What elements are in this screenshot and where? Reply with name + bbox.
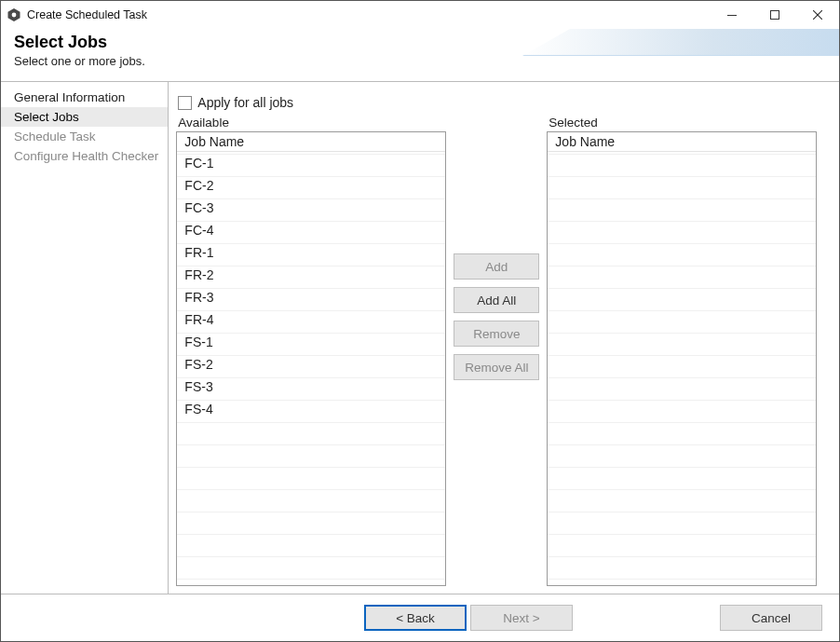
- selected-column: Selected Job Name: [547, 116, 817, 586]
- selected-listbox[interactable]: Job Name: [547, 131, 817, 586]
- available-list-header: Job Name: [177, 132, 445, 152]
- apply-all-label: Apply for all jobs: [197, 95, 293, 110]
- remove-button[interactable]: Remove: [454, 321, 539, 347]
- page-subtitle: Select one or more jobs.: [14, 54, 826, 68]
- wizard-header: Select Jobs Select one or more jobs.: [1, 29, 839, 81]
- available-job-item[interactable]: FC-4: [177, 219, 445, 241]
- available-label: Available: [178, 116, 446, 130]
- available-job-item[interactable]: FR-2: [177, 264, 445, 286]
- page-title: Select Jobs: [14, 33, 826, 52]
- wizard-steps-sidebar: General Information Select Jobs Schedule…: [1, 82, 169, 594]
- dual-list: Available Job Name FC-1FC-2FC-3FC-4FR-1F…: [176, 116, 817, 586]
- selected-list-header: Job Name: [548, 132, 816, 152]
- wizard-content: Apply for all jobs Available Job Name FC…: [169, 82, 839, 594]
- available-job-item[interactable]: FS-4: [177, 398, 445, 420]
- close-button[interactable]: [796, 1, 839, 29]
- available-job-item[interactable]: FC-1: [177, 152, 445, 174]
- available-job-item[interactable]: FC-3: [177, 197, 445, 219]
- transfer-buttons: Add Add All Remove Remove All: [454, 116, 539, 586]
- add-button[interactable]: Add: [454, 253, 539, 280]
- step-general-information[interactable]: General Information: [1, 88, 168, 107]
- available-listbox[interactable]: Job Name FC-1FC-2FC-3FC-4FR-1FR-2FR-3FR-…: [176, 131, 446, 586]
- add-all-button[interactable]: Add All: [454, 287, 539, 313]
- window-title: Create Scheduled Task: [27, 8, 147, 21]
- svg-rect-3: [771, 11, 779, 20]
- available-job-item[interactable]: FC-2: [177, 174, 445, 197]
- available-job-item[interactable]: FS-3: [177, 376, 445, 398]
- available-column: Available Job Name FC-1FC-2FC-3FC-4FR-1F…: [176, 116, 446, 586]
- back-button[interactable]: < Back: [364, 605, 467, 631]
- next-button[interactable]: Next >: [470, 605, 573, 631]
- available-job-item[interactable]: FR-1: [177, 241, 445, 264]
- wizard-footer: < Back Next > Cancel: [1, 594, 839, 641]
- apply-all-checkbox[interactable]: [178, 96, 192, 110]
- minimize-button[interactable]: [711, 1, 753, 29]
- window-controls: [711, 1, 839, 29]
- svg-point-1: [12, 13, 17, 18]
- maximize-button[interactable]: [753, 1, 796, 29]
- app-icon: [7, 7, 21, 22]
- cancel-button[interactable]: Cancel: [720, 605, 822, 631]
- wizard-body: General Information Select Jobs Schedule…: [1, 81, 839, 594]
- available-job-item[interactable]: FR-4: [177, 308, 445, 331]
- selected-label: Selected: [549, 116, 817, 130]
- available-job-item[interactable]: FS-2: [177, 353, 445, 376]
- step-select-jobs[interactable]: Select Jobs: [1, 107, 168, 127]
- remove-all-button[interactable]: Remove All: [454, 354, 539, 380]
- step-configure-health-checker: Configure Health Checker: [1, 146, 168, 166]
- titlebar: Create Scheduled Task: [1, 1, 839, 29]
- wizard-window: Create Scheduled Task Select Jobs Select…: [0, 0, 840, 642]
- svg-rect-2: [727, 15, 737, 16]
- available-job-item[interactable]: FS-1: [177, 331, 445, 353]
- available-job-item[interactable]: FR-3: [177, 286, 445, 308]
- apply-all-row: Apply for all jobs: [178, 95, 817, 110]
- step-schedule-task: Schedule Task: [1, 127, 168, 146]
